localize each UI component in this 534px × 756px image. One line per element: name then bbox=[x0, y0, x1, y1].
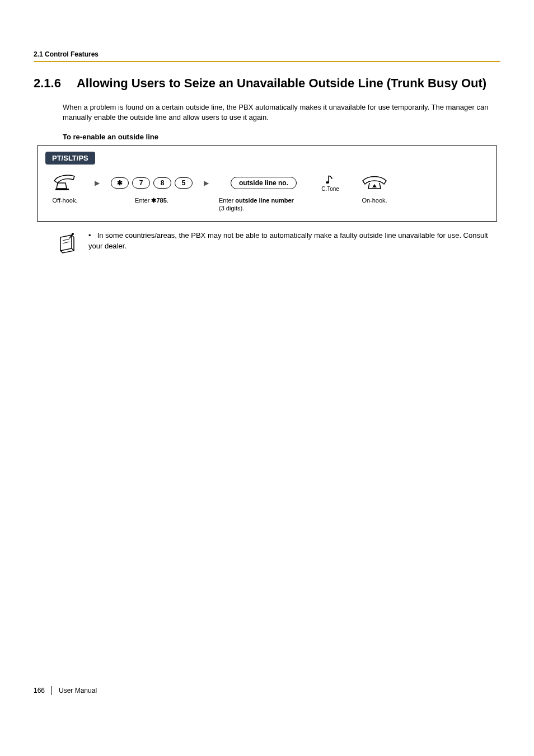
key-5: 5 bbox=[175, 177, 193, 189]
tone-icon bbox=[325, 174, 335, 186]
section-number: 2.1.6 bbox=[34, 76, 61, 91]
arrow-icon: ▶ bbox=[95, 172, 100, 194]
step-onhook: On-hook. bbox=[352, 172, 397, 205]
onhook-icon bbox=[360, 174, 388, 192]
note-row: • In some countries/areas, the PBX may n… bbox=[34, 231, 500, 256]
outside-line-label: Enter outside line number (3 digits). bbox=[219, 197, 308, 213]
note-content: In some countries/areas, the PBX may not… bbox=[88, 231, 488, 250]
offhook-icon bbox=[52, 173, 78, 193]
outside-label-line2: (3 digits). bbox=[219, 205, 244, 212]
svg-line-4 bbox=[63, 242, 69, 243]
step-row: Off-hook. ▶ ✱ 7 8 5 Enter ✱785. ▶ out bbox=[45, 172, 489, 213]
offhook-label: Off-hook. bbox=[45, 197, 85, 205]
outside-label-bold: outside line number bbox=[235, 197, 294, 204]
intro-paragraph: When a problem is found on a certain out… bbox=[63, 102, 500, 123]
sub-heading: To re-enable an outside line bbox=[63, 133, 500, 141]
section-text: Allowing Users to Seize an Unavailable O… bbox=[77, 76, 500, 91]
running-head: 2.1 Control Features bbox=[34, 50, 500, 61]
ctone-label: C.Tone bbox=[321, 186, 339, 192]
note-text: • In some countries/areas, the PBX may n… bbox=[88, 231, 495, 256]
note-icon bbox=[56, 231, 78, 256]
key-star: ✱ bbox=[111, 177, 129, 189]
onhook-label: On-hook. bbox=[352, 197, 397, 205]
page-number: 166 bbox=[34, 687, 45, 694]
step-ctone: C.Tone bbox=[318, 172, 342, 197]
outside-line-field: outside line no. bbox=[231, 177, 297, 189]
outside-label-prefix: Enter bbox=[219, 197, 235, 204]
footer-separator bbox=[51, 686, 52, 695]
enter-785-suffix: . bbox=[167, 197, 168, 204]
svg-point-1 bbox=[326, 181, 329, 184]
key-7: 7 bbox=[132, 177, 150, 189]
key-8: 8 bbox=[153, 177, 171, 189]
section-title: 2.1.6 Allowing Users to Seize an Unavail… bbox=[34, 76, 500, 91]
arrow-icon: ▶ bbox=[204, 172, 209, 194]
page-footer: 166 User Manual bbox=[34, 686, 97, 695]
procedure-box: PT/SLT/PS Off-hook. ▶ bbox=[37, 145, 497, 222]
footer-label: User Manual bbox=[59, 687, 97, 694]
device-tab: PT/SLT/PS bbox=[45, 152, 95, 165]
enter-785-label: Enter ✱785. bbox=[110, 197, 194, 205]
step-offhook: Off-hook. bbox=[45, 172, 85, 205]
svg-rect-0 bbox=[55, 189, 69, 190]
enter-785-code: ✱785 bbox=[151, 197, 166, 204]
enter-785-prefix: Enter bbox=[135, 197, 151, 204]
svg-marker-2 bbox=[372, 184, 377, 187]
svg-line-3 bbox=[63, 239, 69, 241]
step-enter-785: ✱ 7 8 5 Enter ✱785. bbox=[110, 172, 194, 205]
divider-gold bbox=[34, 61, 500, 62]
step-outside-line: outside line no. Enter outside line numb… bbox=[219, 172, 308, 213]
